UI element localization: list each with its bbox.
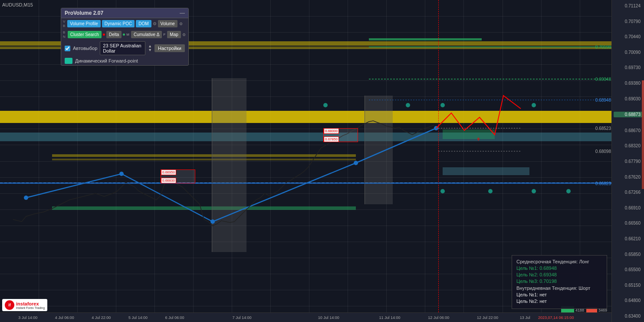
info-box: Среднесрочная Тенденция: Лонг Цель №1: 0… <box>512 255 607 309</box>
price-67790: 0.67790 <box>614 159 642 164</box>
price-label-69348: 0.69348 <box>595 77 611 82</box>
volume-profile-1 <box>212 78 246 252</box>
price-66560: 0.66560 <box>614 221 642 226</box>
volume-profile-button[interactable]: Volume Profile <box>67 20 100 27</box>
svg-point-15 <box>488 189 493 193</box>
volume-button[interactable]: Volume <box>158 20 177 27</box>
time-label-3: 5 Jul 14:00 <box>128 315 148 320</box>
time-label-5: 7 Jul 14:00 <box>232 315 251 320</box>
settings-button[interactable]: Настройки <box>154 44 185 52</box>
poc-box-1: 0.66950 0.66830 <box>161 169 195 183</box>
logo-main: instaforex <box>16 301 45 306</box>
info-t3: Цель №3: 0.70198 <box>516 279 602 284</box>
time-label-2: 4 Jul 22:00 <box>92 315 111 320</box>
provolume-panel: ProVolume 2.07 — VB Volume Profile Dynam… <box>61 8 189 66</box>
red-dashed-vline <box>438 0 439 312</box>
svg-point-17 <box>532 189 536 193</box>
yellow-band-bottom2 <box>52 159 356 160</box>
info-t5: Цель №2: нет <box>516 299 602 304</box>
panel-title-bar[interactable]: ProVolume 2.07 — <box>61 8 188 18</box>
panel-close-button[interactable]: — <box>180 10 185 16</box>
light-teal-band <box>443 167 529 175</box>
time-label-8: 12 Jul 06:00 <box>428 315 449 320</box>
svg-point-0 <box>24 196 28 200</box>
symbol-label: AUDUSD,M15 <box>2 2 33 7</box>
svg-point-12 <box>406 103 410 107</box>
logo-sub: Instant Forex Trading <box>16 306 45 309</box>
panel-checkbox-row: Автовыбор 23 SEP Australian Dollar ▲ ▼ Н… <box>61 40 188 56</box>
time-axis: 3 Jul 14:00 4 Jul 06:00 4 Jul 22:00 5 Ju… <box>0 312 611 322</box>
cluster-search-button[interactable]: Cluster Search <box>68 31 102 38</box>
svg-point-1 <box>119 172 124 176</box>
zigzag-zero-label: 0 <box>477 137 480 141</box>
price-64800: 0.64800 <box>614 298 642 303</box>
price-68670: 0.68670 <box>614 128 642 133</box>
poc-box-2: 0.68000 0.67850 <box>323 128 358 142</box>
price-66210: 0.66210 <box>614 236 642 241</box>
dom-button[interactable]: DOM <box>136 20 151 27</box>
price-label-68948: 0.68948 <box>595 98 611 103</box>
time-label-1: 4 Jul 06:00 <box>55 315 74 320</box>
svg-point-16 <box>532 103 536 107</box>
panel-row2: BN Cluster Search Delta M Cumulative Δ F… <box>61 29 188 40</box>
symbol-arrows[interactable]: ▲ ▼ <box>148 44 152 52</box>
price-label-68098: 0.68098 <box>595 149 611 154</box>
price-67266: 0.67266 <box>614 190 642 195</box>
price-65150: 0.65150 <box>614 283 642 288</box>
price-65500: 0.65500 <box>614 267 642 272</box>
svg-point-13 <box>440 103 445 107</box>
info-t1: Цель №1: 0.68948 <box>516 266 602 271</box>
svg-point-18 <box>566 189 571 193</box>
time-label-7: 11 Jul 14:00 <box>379 315 401 320</box>
fp-label: Динамический Forward-point <box>75 58 138 63</box>
symbol-display: 23 SEP Australian Dollar <box>100 41 145 55</box>
price-current: 0.68873 <box>614 112 642 117</box>
time-label-0: 3 Jul 14:00 <box>18 315 37 320</box>
info-title2: Внутридневная Тенденция: Шорт <box>516 285 602 291</box>
price-71124: 0.71124 <box>614 3 642 8</box>
target1-box <box>443 129 495 139</box>
right-indicator <box>642 80 644 189</box>
price-67620: 0.67620 <box>614 175 642 179</box>
price-69730: 0.69730 <box>614 65 642 70</box>
lightblue-band <box>0 133 611 141</box>
price-68320: 0.68320 <box>614 143 642 148</box>
svg-point-3 <box>354 161 358 165</box>
instaforex-logo: if instaforex Instant Forex Trading <box>2 299 47 311</box>
auto-select-checkbox[interactable] <box>65 46 70 51</box>
info-t4: Цель №1: нет <box>516 292 602 297</box>
green-band-bottom <box>52 206 356 210</box>
dynamic-poc-button[interactable]: Dynamic POC <box>102 20 135 27</box>
yellow-band-bottom <box>52 154 356 157</box>
delta-button[interactable]: Delta <box>106 31 122 38</box>
price-69380: 0.69380 <box>614 81 642 86</box>
panel-row1: VB Volume Profile Dynamic POC DOM ⚙ Volu… <box>61 18 188 29</box>
svg-point-11 <box>323 103 328 107</box>
fp-color-indicator <box>65 58 72 64</box>
yellow-band <box>0 111 611 123</box>
cumulative-delta-button[interactable]: Cumulative Δ <box>131 31 162 38</box>
panel-fp-row: Динамический Forward-point <box>61 56 188 65</box>
price-66910: 0.66910 <box>614 206 642 210</box>
time-label-4: 6 Jul 06:00 <box>165 315 184 320</box>
info-t2: Цель №2: 0.69348 <box>516 272 602 277</box>
price-65850: 0.65850 <box>614 252 642 257</box>
price-label-66823: 0.66823 <box>595 181 611 186</box>
time-label-11: 2023,07,14 06:15:00 <box>538 315 574 320</box>
price-bottom: 0.63400 <box>614 314 642 319</box>
blue-dashed-line <box>0 183 611 183</box>
info-title1: Среднесрочная Тенденция: Лонг <box>516 259 602 264</box>
auto-select-label: Автовыбор <box>73 46 97 51</box>
green-band-top <box>369 38 482 40</box>
price-label-68523: 0.68523 <box>595 126 611 131</box>
price-69030: 0.69030 <box>614 96 642 101</box>
price-axis: 0.71124 0.70790 0.70440 0.70090 0.69730 … <box>611 0 644 322</box>
time-label-6: 10 Jul 14:00 <box>318 315 339 320</box>
price-70090: 0.70090 <box>614 50 642 55</box>
map-button[interactable]: Map <box>167 31 181 38</box>
price-70440: 0.70440 <box>614 34 642 39</box>
svg-point-4 <box>434 126 438 130</box>
svg-point-14 <box>440 189 445 193</box>
time-label-10: 13 Jul <box>520 315 530 320</box>
price-70790: 0.70790 <box>614 19 642 24</box>
